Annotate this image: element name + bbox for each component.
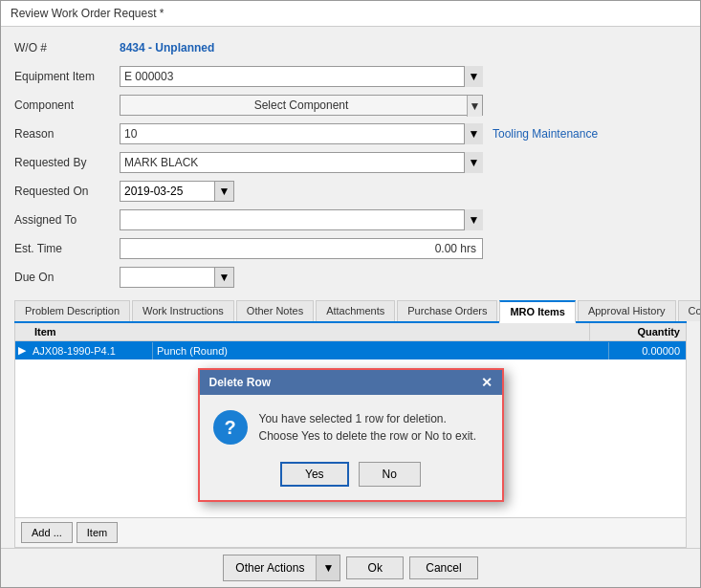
mro-items-tab-content: Item Quantity ▶ AJX08-1990-P4.1 Punch (R…	[14, 323, 687, 548]
requested-on-date-wrapper: ▼	[120, 181, 234, 202]
ok-button[interactable]: Ok	[346, 556, 404, 579]
equipment-select-wrapper[interactable]: ▼	[120, 66, 483, 87]
assigned-to-select-wrapper[interactable]: ▼	[120, 209, 483, 230]
requested-by-select-wrapper[interactable]: ▼	[120, 152, 483, 173]
equipment-control: ▼	[120, 66, 483, 87]
tooling-maintenance-link[interactable]: Tooling Maintenance	[493, 127, 598, 141]
due-on-control: ▼	[120, 267, 483, 288]
modal-message-line1: You have selected 1 row for deletion.	[259, 410, 476, 427]
modal-no-button[interactable]: No	[359, 462, 421, 487]
tab-attachments[interactable]: Attachments	[316, 300, 395, 321]
cancel-button[interactable]: Cancel	[409, 556, 477, 579]
assigned-to-row: Assigned To ▼	[14, 208, 687, 231]
reason-row: Reason ▼ Tooling Maintenance	[14, 122, 687, 145]
other-actions-arrow-icon: ▼	[316, 555, 340, 580]
tab-approval-history[interactable]: Approval History	[578, 300, 676, 321]
tab-mro-items[interactable]: MRO Items	[499, 300, 575, 323]
wo-control: 8434 - Unplanned	[120, 41, 483, 54]
wo-value: 8434 - Unplanned	[120, 41, 214, 54]
modal-close-button[interactable]: ✕	[481, 375, 493, 390]
window-title: Review Work Order Request *	[11, 7, 164, 20]
wo-row: W/O # 8434 - Unplanned	[14, 36, 687, 59]
reason-control: ▼	[120, 123, 483, 144]
due-on-row: Due On ▼	[14, 266, 687, 289]
due-on-date-wrapper: ▼	[120, 267, 234, 288]
equipment-label: Equipment Item	[14, 70, 120, 83]
delete-row-modal: Delete Row ✕ ? You have selected 1 row f…	[198, 368, 504, 502]
est-time-label: Est. Time	[14, 242, 120, 255]
modal-body: ? You have selected 1 row for deletion. …	[200, 395, 502, 454]
requested-by-control: ▼	[120, 152, 483, 173]
requested-by-row: Requested By ▼	[14, 151, 687, 174]
tab-problem-description[interactable]: Problem Description	[14, 300, 130, 321]
modal-title: Delete Row	[209, 376, 272, 389]
tab-purchase-orders[interactable]: Purchase Orders	[397, 300, 497, 321]
modal-title-bar: Delete Row ✕	[200, 370, 502, 395]
tab-other-notes[interactable]: Other Notes	[236, 300, 314, 321]
assigned-to-label: Assigned To	[14, 213, 120, 227]
modal-overlay: Delete Row ✕ ? You have selected 1 row f…	[15, 323, 686, 547]
select-component-label: Select Component	[254, 98, 349, 112]
other-actions-label: Other Actions	[224, 557, 316, 578]
requested-on-row: Requested On ▼	[14, 180, 687, 203]
est-time-input[interactable]	[120, 238, 483, 259]
requested-by-label: Requested By	[14, 156, 120, 169]
tabs-bar: Problem Description Work Instructions Ot…	[14, 300, 687, 323]
modal-yes-button[interactable]: Yes	[280, 462, 349, 487]
bottom-bar: Other Actions ▼ Ok Cancel	[1, 548, 700, 587]
modal-message-line2: Choose Yes to delete the row or No to ex…	[259, 427, 476, 445]
est-time-control	[120, 238, 483, 259]
requested-on-calendar-icon[interactable]: ▼	[215, 181, 234, 202]
tab-work-instructions[interactable]: Work Instructions	[132, 300, 234, 321]
select-component-button[interactable]: Select Component ▼	[120, 95, 483, 116]
component-row: Component Select Component ▼	[14, 94, 687, 117]
assigned-to-input[interactable]	[120, 209, 483, 230]
assigned-to-control: ▼	[120, 209, 483, 230]
component-control: Select Component ▼	[120, 95, 483, 116]
requested-on-label: Requested On	[14, 185, 120, 198]
reason-input[interactable]	[120, 123, 483, 144]
main-window: Review Work Order Request * W/O # 8434 -…	[0, 0, 701, 588]
tab-content-wrapper: Item Quantity ▶ AJX08-1990-P4.1 Punch (R…	[14, 323, 687, 548]
due-on-calendar-icon[interactable]: ▼	[215, 267, 234, 288]
requested-on-control: ▼	[120, 181, 483, 202]
component-split-arrow-icon[interactable]: ▼	[467, 96, 482, 117]
other-actions-button[interactable]: Other Actions ▼	[223, 555, 340, 581]
modal-message: You have selected 1 row for deletion. Ch…	[259, 410, 476, 445]
due-on-label: Due On	[14, 271, 120, 284]
component-label: Component	[14, 98, 120, 112]
wo-label: W/O #	[14, 41, 120, 54]
tabs-section: Problem Description Work Instructions Ot…	[1, 300, 700, 548]
equipment-input[interactable]	[120, 66, 483, 87]
title-bar: Review Work Order Request *	[1, 1, 700, 27]
tab-costing[interactable]: Costing	[678, 300, 700, 321]
modal-buttons: Yes No	[200, 454, 502, 500]
requested-on-input[interactable]	[120, 181, 215, 202]
reason-label: Reason	[14, 127, 120, 141]
reason-select-wrapper[interactable]: ▼	[120, 123, 483, 144]
requested-by-input[interactable]	[120, 152, 483, 173]
form-area: W/O # 8434 - Unplanned Equipment Item ▼ …	[1, 27, 700, 300]
est-time-row: Est. Time	[14, 237, 687, 260]
due-on-input[interactable]	[120, 267, 215, 288]
equipment-row: Equipment Item ▼	[14, 65, 687, 88]
modal-question-icon: ?	[213, 410, 248, 445]
